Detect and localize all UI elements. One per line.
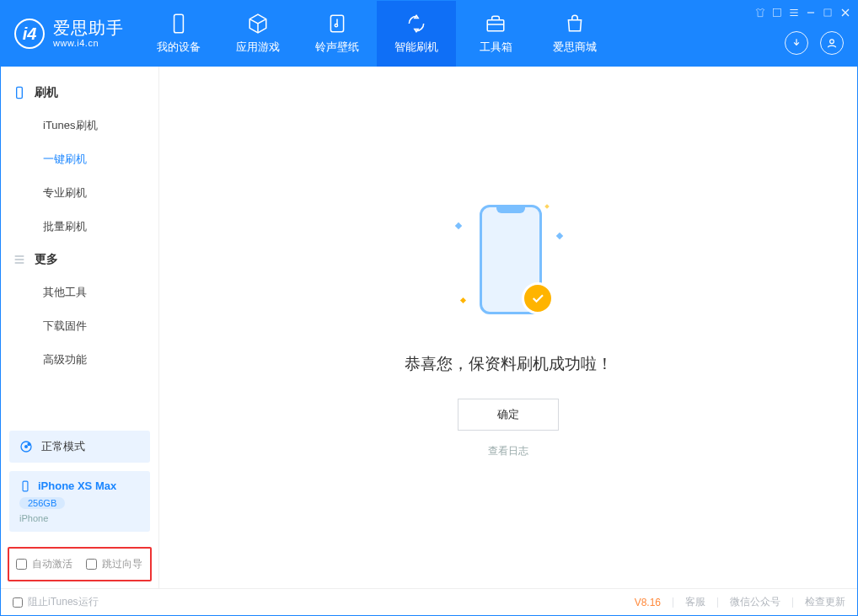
sidebar-item-itunes-flash[interactable]: iTunes刷机 xyxy=(1,109,158,142)
logo-icon: i4 xyxy=(14,19,45,49)
device-mode[interactable]: 正常模式 xyxy=(9,431,150,463)
toolbox-icon xyxy=(485,13,507,35)
window-controls xyxy=(754,6,852,19)
sidebar-cat-more: 更多 xyxy=(1,244,158,276)
nav-my-device[interactable]: 我的设备 xyxy=(139,1,218,67)
svg-point-9 xyxy=(25,446,28,448)
sidebar-item-other-tools[interactable]: 其他工具 xyxy=(1,276,158,309)
close-icon[interactable] xyxy=(839,6,852,19)
checkbox-auto-activate[interactable]: 自动激活 xyxy=(16,557,72,571)
nav-apps-games[interactable]: 应用游戏 xyxy=(218,1,298,67)
music-icon xyxy=(326,13,348,35)
app-window: i4 爱思助手 www.i4.cn 我的设备 应用游戏 铃声壁纸 智能刷机 xyxy=(0,0,858,616)
body: 刷机 iTunes刷机 一键刷机 专业刷机 批量刷机 更多 其他工具 下载固件 … xyxy=(1,67,857,588)
bag-icon xyxy=(564,13,586,35)
view-log-link[interactable]: 查看日志 xyxy=(405,444,613,458)
checkbox-skip-guide[interactable]: 跳过向导 xyxy=(86,557,142,571)
svg-rect-11 xyxy=(23,481,28,491)
status-link-support[interactable]: 客服 xyxy=(685,595,705,609)
device-icon xyxy=(19,480,31,492)
sidebar-item-batch-flash[interactable]: 批量刷机 xyxy=(1,210,158,244)
svg-rect-4 xyxy=(773,8,780,16)
svg-point-10 xyxy=(28,443,30,446)
checkbox-block-itunes[interactable]: 阻止iTunes运行 xyxy=(13,595,99,609)
maximize-icon[interactable] xyxy=(822,7,834,19)
status-link-wechat[interactable]: 微信公众号 xyxy=(730,595,780,609)
device-icon xyxy=(168,13,190,35)
sidebar: 刷机 iTunes刷机 一键刷机 专业刷机 批量刷机 更多 其他工具 下载固件 … xyxy=(1,67,159,588)
refresh-icon xyxy=(405,13,427,35)
user-button[interactable] xyxy=(820,31,844,55)
statusbar: 阻止iTunes运行 V8.16 客服 微信公众号 检查更新 xyxy=(1,588,857,615)
app-url: www.i4.cn xyxy=(53,38,124,49)
app-name: 爱思助手 xyxy=(53,19,124,38)
sidebar-item-download-firmware[interactable]: 下载固件 xyxy=(1,309,158,343)
phone-icon xyxy=(13,86,26,99)
svg-rect-7 xyxy=(17,87,23,98)
settings-icon[interactable] xyxy=(771,7,783,19)
svg-point-2 xyxy=(335,24,337,27)
top-nav: 我的设备 应用游戏 铃声壁纸 智能刷机 工具箱 爱思商城 xyxy=(139,1,614,67)
svg-rect-0 xyxy=(174,14,184,33)
success-illustration xyxy=(424,196,593,331)
menu-icon[interactable] xyxy=(788,7,800,19)
svg-rect-5 xyxy=(824,9,831,16)
sidebar-item-pro-flash[interactable]: 专业刷机 xyxy=(1,176,158,210)
flash-options-highlight: 自动激活 跳过向导 xyxy=(8,547,152,581)
result-panel: 恭喜您，保资料刷机成功啦！ 确定 查看日志 xyxy=(405,196,613,458)
device-type: iPhone xyxy=(19,513,140,523)
version-label: V8.16 xyxy=(635,597,661,608)
mode-icon xyxy=(19,440,33,453)
device-name: iPhone XS Max xyxy=(38,479,116,492)
ok-button[interactable]: 确定 xyxy=(458,399,559,431)
nav-ringtone-wallpaper[interactable]: 铃声壁纸 xyxy=(298,1,377,67)
nav-toolbox[interactable]: 工具箱 xyxy=(456,1,535,67)
device-card[interactable]: iPhone XS Max 256GB iPhone xyxy=(9,471,150,532)
status-link-update[interactable]: 检查更新 xyxy=(805,595,845,609)
shirt-icon[interactable] xyxy=(754,7,766,19)
svg-rect-3 xyxy=(487,20,504,31)
nav-smart-flash[interactable]: 智能刷机 xyxy=(377,1,456,67)
sidebar-item-oneclick-flash[interactable]: 一键刷机 xyxy=(1,142,158,176)
download-button[interactable] xyxy=(785,31,808,55)
app-logo[interactable]: i4 爱思助手 www.i4.cn xyxy=(1,1,139,67)
nav-store[interactable]: 爱思商城 xyxy=(535,1,614,67)
device-storage: 256GB xyxy=(19,497,65,509)
sidebar-cat-flash: 刷机 xyxy=(1,77,158,109)
minimize-icon[interactable] xyxy=(805,7,817,19)
check-icon xyxy=(522,282,554,314)
titlebar-user-area xyxy=(785,31,844,55)
list-icon xyxy=(13,253,26,266)
main-panel: 恭喜您，保资料刷机成功啦！ 确定 查看日志 xyxy=(159,67,857,588)
svg-point-6 xyxy=(830,40,834,44)
cube-icon xyxy=(247,13,269,35)
success-title: 恭喜您，保资料刷机成功啦！ xyxy=(405,353,613,375)
titlebar: i4 爱思助手 www.i4.cn 我的设备 应用游戏 铃声壁纸 智能刷机 xyxy=(1,1,857,67)
sidebar-item-advanced[interactable]: 高级功能 xyxy=(1,343,158,377)
